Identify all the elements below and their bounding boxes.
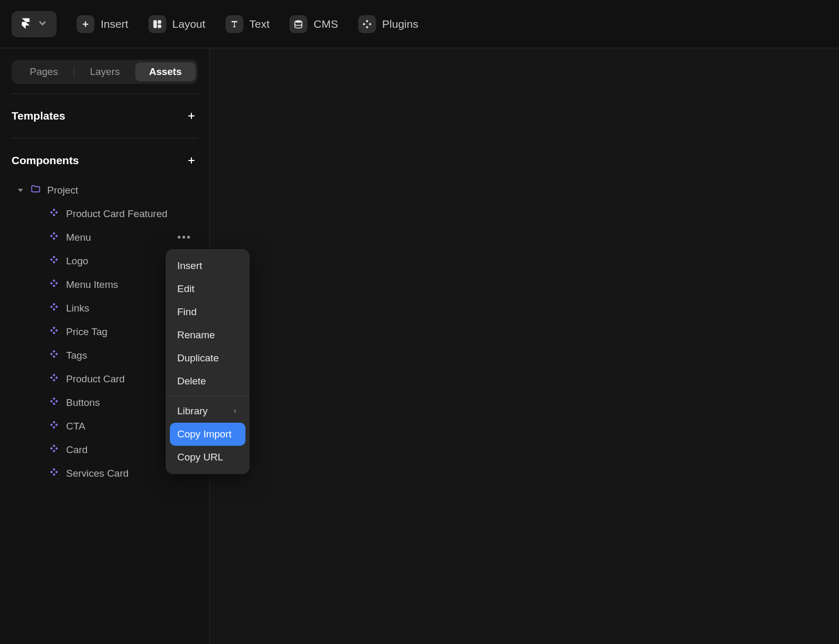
context-insert[interactable]: Insert	[166, 254, 250, 277]
toolbar-label: Plugins	[382, 18, 418, 30]
chevron-right-icon	[232, 405, 238, 417]
toolbar-layout[interactable]: Layout	[148, 15, 206, 33]
components-section-header[interactable]: Components	[0, 148, 209, 173]
toolbar-label: Layout	[173, 18, 206, 30]
more-options-icon[interactable]: •••	[177, 231, 198, 243]
component-item[interactable]: Product Card Featured	[0, 202, 209, 226]
chevron-down-icon	[37, 17, 48, 31]
plugins-icon	[358, 15, 376, 33]
tab-pages[interactable]: Pages	[14, 62, 74, 81]
section-title: Components	[12, 154, 79, 167]
main-area: Pages Layers Assets Templates Components	[0, 48, 839, 644]
context-copy-url[interactable]: Copy URL	[166, 446, 250, 469]
toolbar-label: CMS	[314, 18, 338, 30]
plus-icon	[77, 15, 94, 33]
component-icon	[49, 255, 59, 267]
tree-folder-project[interactable]: Project	[0, 178, 209, 202]
context-delete[interactable]: Delete	[166, 370, 250, 393]
component-icon	[49, 302, 59, 314]
toolbar-cms[interactable]: CMS	[289, 15, 338, 33]
svg-rect-2	[157, 24, 161, 28]
divider	[12, 93, 198, 94]
component-icon	[49, 326, 59, 338]
app-logo-button[interactable]	[12, 11, 57, 37]
component-icon	[49, 396, 59, 409]
text-icon	[225, 15, 243, 33]
folder-name: Project	[47, 185, 78, 196]
divider	[166, 396, 250, 396]
tab-assets[interactable]: Assets	[135, 62, 196, 81]
sidebar-tabs: Pages Layers Assets	[12, 60, 198, 84]
toolbar-insert[interactable]: Insert	[77, 15, 128, 33]
toolbar-label: Text	[250, 18, 270, 30]
layout-icon	[148, 15, 166, 33]
canvas[interactable]	[210, 48, 839, 644]
folder-icon	[30, 184, 41, 197]
context-copy-import[interactable]: Copy Import	[170, 423, 245, 446]
component-icon	[49, 444, 59, 456]
context-menu: Insert Edit Find Rename Duplicate Delete…	[166, 249, 250, 474]
add-template-button[interactable]	[185, 110, 198, 122]
add-component-button[interactable]	[185, 154, 198, 167]
svg-rect-1	[157, 20, 161, 24]
toolbar-text[interactable]: Text	[225, 15, 270, 33]
component-icon	[49, 420, 59, 432]
framer-logo-icon	[20, 17, 31, 31]
component-label: Product Card Featured	[66, 208, 198, 220]
toolbar-label: Insert	[101, 18, 128, 30]
context-rename[interactable]: Rename	[166, 324, 250, 347]
component-icon	[49, 349, 59, 361]
svg-point-3	[295, 20, 302, 23]
component-item-menu[interactable]: Menu •••	[0, 226, 209, 249]
toolbar-plugins[interactable]: Plugins	[358, 15, 418, 33]
tab-layers[interactable]: Layers	[74, 62, 135, 81]
context-find[interactable]: Find	[166, 300, 250, 324]
caret-down-icon	[18, 189, 23, 192]
top-toolbar: Insert Layout Text CMS Plugins	[0, 0, 839, 48]
component-icon	[49, 208, 59, 220]
component-icon	[49, 231, 59, 243]
context-library[interactable]: Library	[166, 400, 250, 423]
component-icon	[49, 467, 59, 479]
component-icon	[49, 373, 59, 385]
templates-section-header[interactable]: Templates	[0, 103, 209, 128]
context-edit[interactable]: Edit	[166, 277, 250, 300]
section-title: Templates	[12, 110, 65, 122]
component-label: Menu	[66, 232, 170, 243]
divider	[12, 138, 198, 138]
component-icon	[49, 278, 59, 291]
cms-icon	[289, 15, 307, 33]
svg-rect-0	[153, 20, 157, 28]
context-duplicate[interactable]: Duplicate	[166, 347, 250, 370]
